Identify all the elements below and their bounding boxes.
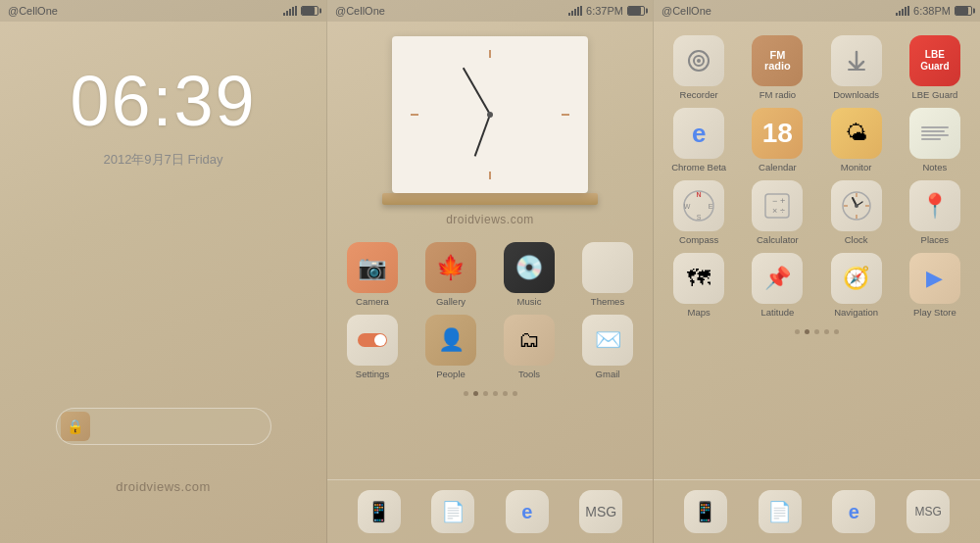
app-downloads[interactable]: Downloads [821, 35, 892, 100]
app-gmail[interactable]: ✉️ Gmail [572, 315, 643, 379]
svg-rect-13 [905, 7, 906, 16]
svg-text:+: + [780, 196, 785, 206]
latitude-label: Latitude [760, 307, 794, 318]
svg-rect-9 [580, 6, 582, 16]
clock-icon [831, 180, 882, 231]
monitor-icon: 🌤 [831, 108, 882, 159]
settings-icon [347, 315, 398, 366]
svg-rect-5 [568, 13, 570, 16]
downloads-svg [843, 47, 870, 74]
home2-dot-1 [805, 329, 809, 334]
playstore-label: Play Store [913, 307, 956, 318]
app-latitude[interactable]: 📌 Latitude [742, 253, 812, 318]
lock-watermark: droidviews.com [116, 479, 211, 494]
signal-icon [283, 6, 297, 16]
home2-dots [654, 329, 980, 334]
compass-label: Compass [679, 234, 718, 245]
clock-widget-area: droidviews.com [327, 22, 653, 226]
app-tools[interactable]: 🗂 Tools [494, 315, 564, 379]
home2-status-right: 6:38PM [896, 5, 972, 17]
gmail-icon: ✉️ [582, 315, 633, 366]
dock-phone[interactable]: 📱 [358, 490, 401, 533]
dock-msg-icon: MSG [579, 490, 622, 533]
app-music[interactable]: 💿 Music [494, 242, 564, 307]
navigation-label: Navigation [834, 307, 878, 318]
svg-rect-14 [907, 6, 909, 16]
dock-phone-icon: 📱 [358, 490, 401, 533]
home1-battery-icon [627, 6, 645, 16]
dock2-files[interactable]: 📄 [759, 490, 802, 533]
app-maps[interactable]: 🗺 Maps [663, 253, 734, 318]
app-calculator[interactable]: − + × ÷ Calculator [742, 180, 812, 245]
app-chromebeta[interactable]: e Chrome Beta [663, 108, 734, 173]
dock2-msg[interactable]: MSG [906, 490, 950, 533]
app-clock[interactable]: Clock [821, 180, 892, 245]
app-recorder[interactable]: Recorder [663, 35, 734, 100]
notes-label: Notes [922, 162, 947, 173]
clock-shelf [382, 193, 598, 205]
svg-rect-18 [848, 69, 865, 71]
app-lbeguard[interactable]: LBEGuard LBE Guard [900, 35, 970, 100]
app-monitor[interactable]: 🌤 Monitor [821, 108, 892, 173]
svg-text:S: S [697, 214, 702, 221]
svg-rect-0 [283, 13, 285, 16]
app-gallery[interactable]: 🍁 Gallery [416, 242, 486, 307]
svg-point-17 [697, 59, 701, 63]
lock-status-bar: @CellOne [0, 0, 326, 22]
calculator-icon: − + × ÷ [752, 180, 803, 231]
app-notes[interactable]: Notes [900, 108, 970, 173]
home-screen-1: @CellOne 6:37PM [326, 0, 653, 543]
clock-svg [839, 188, 874, 223]
lock-symbol: 🔒 [67, 419, 83, 434]
svg-rect-3 [292, 7, 294, 16]
svg-text:−: − [772, 196, 777, 206]
dock2-browser[interactable]: e [832, 490, 875, 533]
svg-rect-2 [289, 9, 291, 16]
settings-label: Settings [356, 369, 389, 379]
themes-label: Themes [591, 296, 624, 307]
app-settings[interactable]: Settings [337, 315, 408, 379]
dock-msg[interactable]: MSG [579, 490, 622, 533]
svg-rect-6 [571, 11, 573, 16]
clock-widget [392, 36, 588, 193]
lock-bar[interactable]: 🔒 [56, 408, 271, 445]
dock-browser-icon: e [506, 490, 549, 533]
clock-label: Clock [845, 234, 868, 245]
monitor-label: Monitor [841, 162, 872, 173]
music-label: Music [517, 296, 542, 307]
clock-hour-hand [474, 115, 491, 157]
home2-dot-3 [824, 329, 829, 334]
recorder-icon [673, 35, 724, 86]
dock-files[interactable]: 📄 [431, 490, 474, 533]
downloads-label: Downloads [833, 89, 879, 100]
home2-dot-4 [834, 329, 839, 334]
app-playstore[interactable]: ▶ Play Store [900, 253, 970, 318]
battery-icon [301, 6, 318, 16]
maps-label: Maps [688, 307, 710, 318]
fm-text: FMradio [764, 50, 791, 72]
dot-1 [473, 391, 478, 396]
lock-icon: 🔒 [61, 412, 90, 441]
app-camera[interactable]: 📷 Camera [337, 242, 408, 307]
app-calendar[interactable]: 18 Calendar [742, 108, 812, 173]
dock-files-icon: 📄 [431, 490, 474, 533]
app-people[interactable]: 👤 People [416, 315, 486, 379]
svg-text:E: E [709, 203, 713, 210]
app-fmradio[interactable]: FMradio FM radio [742, 35, 812, 100]
dock2-phone-icon: 📱 [684, 490, 727, 533]
app-navigation[interactable]: 🧭 Navigation [821, 253, 892, 318]
app-compass[interactable]: N E S W Compass [663, 180, 734, 245]
app-themes[interactable]: Themes [572, 242, 643, 307]
home1-dock: 📱 📄 e MSG [327, 479, 653, 543]
dock-browser[interactable]: e [506, 490, 549, 533]
lock-status-right [283, 6, 318, 16]
calendar-number: 18 [762, 120, 793, 147]
dock2-phone[interactable]: 📱 [684, 490, 727, 533]
tools-label: Tools [518, 369, 540, 379]
compass-icon: N E S W [673, 180, 724, 231]
calc-svg: − + × ÷ [761, 190, 793, 222]
gallery-label: Gallery [436, 296, 466, 307]
home1-status-right: 6:37PM [568, 5, 645, 17]
dot-5 [513, 391, 517, 396]
app-places[interactable]: 📍 Places [900, 180, 970, 245]
